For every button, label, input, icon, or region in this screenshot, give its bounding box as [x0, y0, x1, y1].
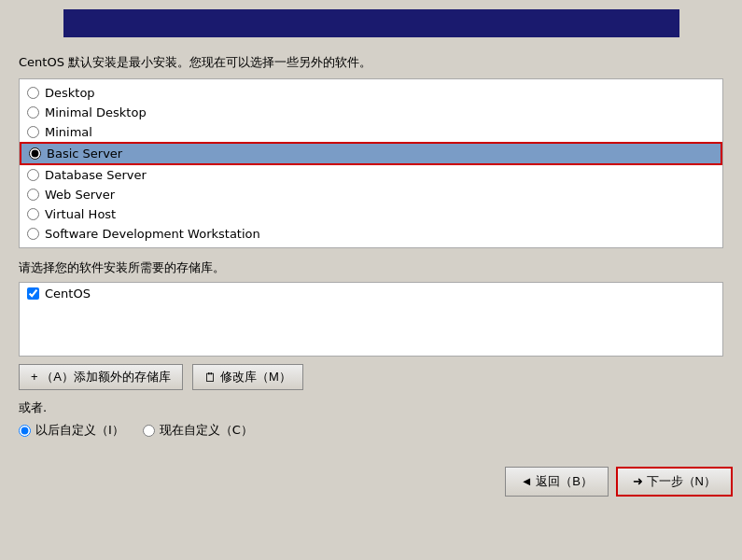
repo-buttons-row: + （A）添加额外的存储库 🗒 修改库（M） — [19, 364, 723, 390]
software-label-desktop: Desktop — [45, 86, 95, 100]
now-customize-radio[interactable] — [143, 425, 155, 437]
software-item-minimal[interactable]: Minimal — [20, 122, 722, 142]
software-radio-database-server[interactable] — [27, 169, 39, 181]
software-radio-web-server[interactable] — [27, 189, 39, 201]
top-banner — [63, 9, 679, 37]
software-item-virtual-host[interactable]: Virtual Host — [20, 204, 722, 224]
edit-icon: 🗒 — [204, 371, 217, 385]
software-label-software-dev: Software Development Workstation — [45, 227, 260, 241]
centos-repo-label: CentOS — [45, 287, 91, 301]
intro-text: CentOS 默认安装是最小安装。您现在可以选择一些另外的软件。 — [19, 54, 723, 71]
software-list-box: DesktopMinimal DesktopMinimalBasic Serve… — [19, 78, 723, 248]
now-customize-label[interactable]: 现在自定义（C） — [143, 422, 253, 439]
software-label-minimal-desktop: Minimal Desktop — [45, 105, 147, 119]
nav-buttons-row: ◄ 返回（B） ➜ 下一步（N） — [0, 467, 742, 497]
software-radio-minimal[interactable] — [27, 126, 39, 138]
software-label-basic-server: Basic Server — [47, 147, 122, 161]
software-item-web-server[interactable]: Web Server — [20, 185, 722, 204]
software-radio-minimal-desktop[interactable] — [27, 106, 39, 119]
software-label-virtual-host: Virtual Host — [45, 207, 116, 221]
next-button[interactable]: ➜ 下一步（N） — [616, 467, 733, 497]
customize-row: 以后自定义（I） 现在自定义（C） — [19, 422, 723, 439]
software-label-minimal: Minimal — [45, 125, 92, 139]
back-button[interactable]: ◄ 返回（B） — [505, 467, 609, 497]
repo-list-box: CentOS — [19, 282, 723, 357]
software-radio-virtual-host[interactable] — [27, 208, 39, 220]
software-item-basic-server[interactable]: Basic Server — [20, 142, 722, 165]
software-item-minimal-desktop[interactable]: Minimal Desktop — [20, 103, 722, 122]
software-radio-desktop[interactable] — [27, 87, 39, 99]
software-radio-basic-server[interactable] — [29, 147, 41, 160]
software-label-web-server: Web Server — [45, 188, 115, 202]
repo-item-centos[interactable]: CentOS — [27, 287, 715, 301]
software-item-software-dev[interactable]: Software Development Workstation — [20, 224, 722, 244]
centos-repo-checkbox[interactable] — [27, 287, 39, 300]
software-label-database-server: Database Server — [45, 168, 147, 182]
modify-repo-button[interactable]: 🗒 修改库（M） — [192, 364, 303, 390]
later-customize-radio[interactable] — [19, 425, 31, 437]
or-text: 或者. — [19, 399, 723, 416]
later-customize-label[interactable]: 以后自定义（I） — [19, 422, 124, 439]
software-radio-software-dev[interactable] — [27, 228, 39, 240]
repo-section-label: 请选择您的软件安装所需要的存储库。 — [19, 259, 723, 276]
add-repo-button[interactable]: + （A）添加额外的存储库 — [19, 364, 183, 390]
software-item-desktop[interactable]: Desktop — [20, 83, 722, 103]
software-item-database-server[interactable]: Database Server — [20, 165, 722, 185]
